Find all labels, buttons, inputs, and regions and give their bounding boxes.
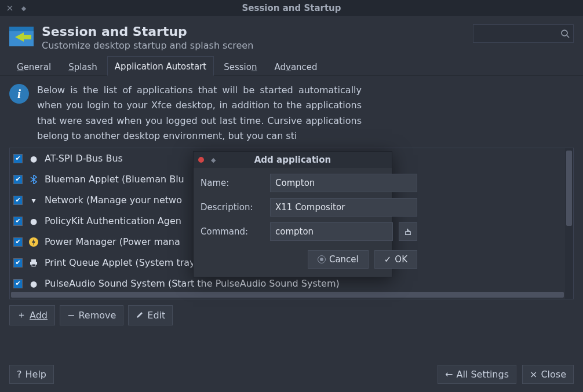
svg-point-5: [562, 30, 567, 36]
network-icon: ▾: [28, 195, 39, 206]
window-title: Session and Startup: [0, 3, 583, 13]
name-label: Name:: [201, 178, 264, 188]
browse-button[interactable]: [399, 222, 417, 241]
name-input[interactable]: [270, 174, 417, 192]
app-icon: [9, 27, 34, 46]
checkbox[interactable]: ✔: [13, 258, 23, 268]
checkbox[interactable]: ✔: [13, 279, 23, 288]
cancel-button[interactable]: Cancel: [308, 250, 369, 269]
list-item-label: PolicyKit Authentication Agen: [45, 215, 181, 226]
search-input[interactable]: [473, 24, 574, 43]
dialog-title: Add application: [194, 155, 392, 165]
list-item-label: Blueman Applet (Blueman Blu: [45, 174, 184, 185]
add-button[interactable]: ＋Add: [9, 305, 55, 325]
dialog-minimize-icon[interactable]: ◆: [211, 156, 216, 164]
intro-text: Below is the list of applications that w…: [37, 83, 362, 144]
generic-app-icon: ●: [28, 153, 39, 164]
list-toolbar: ＋Add −Remove Edit: [9, 305, 574, 325]
list-item-label: Network (Manage your netwo: [45, 195, 182, 206]
cancel-icon: [318, 255, 326, 263]
description-label: Description:: [201, 202, 264, 213]
intro-section: i Below is the list of applications that…: [9, 83, 574, 144]
printer-icon: [28, 258, 39, 268]
description-input[interactable]: [270, 198, 417, 217]
vertical-scrollbar[interactable]: [565, 148, 573, 299]
page-title: Session and Startup: [42, 24, 253, 39]
remove-button[interactable]: −Remove: [60, 305, 123, 325]
close-button[interactable]: × Close: [522, 365, 574, 384]
footer: ? Help ← All Settings × Close: [0, 358, 583, 392]
edit-button[interactable]: Edit: [128, 305, 173, 325]
pencil-icon: [136, 311, 144, 319]
svg-line-6: [567, 35, 569, 38]
close-icon: ×: [530, 369, 537, 380]
tab-advanced[interactable]: Advanced: [267, 57, 325, 76]
checkbox[interactable]: ✔: [13, 175, 23, 184]
open-file-icon: [404, 228, 412, 236]
close-icon[interactable]: [6, 4, 14, 12]
tab-general[interactable]: General: [9, 57, 59, 76]
list-item-label: Power Manager (Power mana: [45, 236, 180, 247]
command-input[interactable]: [270, 222, 393, 241]
dialog-close-icon[interactable]: [198, 157, 204, 163]
tab-session[interactable]: Session: [216, 57, 264, 76]
minimize-icon[interactable]: ◆: [20, 4, 28, 12]
checkbox[interactable]: ✔: [13, 154, 23, 163]
svg-rect-8: [31, 259, 36, 262]
help-button[interactable]: ? Help: [9, 365, 54, 384]
page-subtitle: Customize desktop startup and splash scr…: [42, 40, 253, 51]
info-icon: i: [9, 84, 29, 104]
svg-rect-2: [9, 27, 34, 31]
window-titlebar: ◆ Session and Startup: [0, 0, 583, 16]
horizontal-scrollbar[interactable]: [11, 292, 564, 298]
list-item-label: PulseAudio Sound System (Start the Pulse…: [45, 278, 340, 289]
tab-splash[interactable]: Splash: [61, 57, 105, 76]
checkbox[interactable]: ✔: [13, 217, 23, 226]
dialog-titlebar: ◆ Add application: [194, 152, 392, 168]
check-icon: ✓: [384, 254, 392, 265]
checkbox[interactable]: ✔: [13, 237, 23, 247]
tab-application-autostart[interactable]: Application Autostart: [107, 56, 214, 76]
generic-app-icon: ●: [28, 279, 39, 289]
ok-button[interactable]: ✓ OK: [374, 250, 417, 269]
generic-app-icon: ●: [28, 216, 39, 226]
checkbox[interactable]: ✔: [13, 196, 23, 205]
search-icon: [560, 29, 570, 38]
all-settings-button[interactable]: ← All Settings: [438, 365, 516, 384]
tab-bar: General Splash Application Autostart Ses…: [0, 56, 583, 76]
page-header: Session and Startup Customize desktop st…: [0, 16, 583, 56]
command-label: Command:: [201, 226, 264, 237]
list-item-label: AT-SPI D-Bus Bus: [45, 153, 123, 164]
power-icon: [28, 237, 39, 247]
bluetooth-icon: [28, 174, 39, 185]
back-icon: ←: [445, 369, 453, 380]
svg-rect-10: [32, 264, 35, 266]
add-application-dialog: ◆ Add application Name: Description: Com…: [193, 151, 392, 277]
